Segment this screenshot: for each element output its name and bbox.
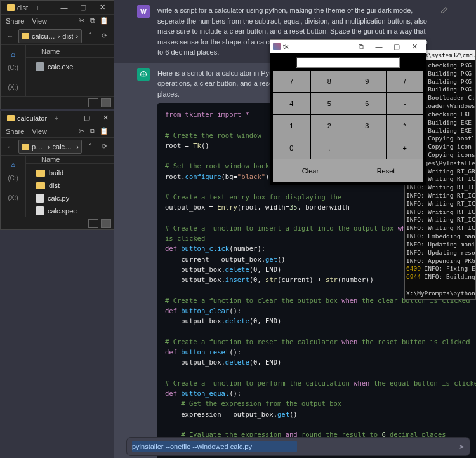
details-view-icon[interactable] xyxy=(88,219,98,228)
drive-x[interactable]: (X:) xyxy=(8,84,18,91)
code-line: "black" xyxy=(237,173,265,180)
refresh-icon[interactable]: ⟳ xyxy=(98,141,110,152)
column-header-name[interactable]: Name xyxy=(26,45,114,58)
calc-key-1[interactable]: 1 xyxy=(273,115,310,137)
close-button[interactable]: ✕ xyxy=(93,1,111,14)
close-button[interactable]: ✕ xyxy=(406,41,423,52)
file-name: calc.spec xyxy=(48,207,77,215)
explorer-navpane[interactable]: ⌂ (C:) (X:) xyxy=(1,156,26,217)
new-tab-icon[interactable]: + xyxy=(36,4,39,11)
menu-view[interactable]: View xyxy=(32,17,47,25)
drive-c[interactable]: (C:) xyxy=(8,64,18,71)
tk-titlebar[interactable]: tk ⧉ — ▢ ✕ xyxy=(270,40,426,53)
explorer-dist-titlebar[interactable]: dist + — ▢ ✕ xyxy=(1,1,114,15)
close-button[interactable]: ✕ xyxy=(97,112,115,125)
menu-view[interactable]: View xyxy=(32,128,47,135)
code-line: # Create a function to perform the calcu… xyxy=(165,379,354,387)
breadcrumb[interactable]: calcu… › dist › xyxy=(18,29,82,43)
back-arrow-icon[interactable]: ← xyxy=(4,141,16,152)
send-icon[interactable]: ➤ xyxy=(459,443,465,451)
code-line: () xyxy=(201,142,209,149)
calc-key-equals[interactable]: = xyxy=(348,137,386,159)
file-name: calc.exe xyxy=(48,63,73,71)
code-line: output_box. xyxy=(165,276,225,283)
calc-key-dot[interactable]: . xyxy=(311,137,348,159)
breadcrumb-segment[interactable]: calcu… xyxy=(32,32,55,40)
folder-icon xyxy=(7,115,15,121)
code-line: # Create a function to clear the output … xyxy=(165,297,341,304)
calc-key-minus[interactable]: - xyxy=(387,93,424,114)
minimize-button[interactable]: — xyxy=(370,41,388,52)
minimize-button[interactable]: — xyxy=(55,1,73,14)
cut-icon[interactable]: ✂ xyxy=(77,17,86,25)
list-item[interactable]: dist xyxy=(26,179,114,192)
code-line: # Create a function to reset the calcula… xyxy=(165,338,341,346)
code-line: the equal button is clicked xyxy=(369,379,476,387)
code-line: def xyxy=(165,245,181,252)
folder-icon xyxy=(36,182,45,189)
folder-icon xyxy=(22,144,29,150)
calc-key-2[interactable]: 2 xyxy=(311,115,348,137)
calc-key-divide[interactable]: / xyxy=(387,71,424,92)
tiles-view-icon[interactable] xyxy=(101,219,111,228)
menu-share[interactable]: Share xyxy=(6,128,24,135)
tk-calculator-window[interactable]: tk ⧉ — ▢ ✕ 7 8 9 / 4 5 6 - 1 2 3 * 0 . =… xyxy=(270,39,426,185)
explorer-dist-window[interactable]: dist + — ▢ ✕ Share View ✂ ⧉ 📋 ← calcu… ›… xyxy=(0,0,114,109)
column-header-name[interactable]: Name xyxy=(26,156,114,164)
refresh-icon[interactable]: ⟳ xyxy=(98,30,110,42)
list-item[interactable]: calc.spec xyxy=(26,205,114,217)
code-line: Entry xyxy=(217,203,237,211)
maximize-button[interactable]: ▢ xyxy=(74,1,92,14)
chevron-down-icon[interactable]: ˅ xyxy=(84,30,96,42)
calc-clear-button[interactable]: Clear xyxy=(273,159,348,182)
home-icon[interactable]: ⌂ xyxy=(11,50,15,58)
code-line: (number)) xyxy=(338,276,374,283)
menu-share[interactable]: Share xyxy=(6,17,24,25)
calc-key-0[interactable]: 0 xyxy=(273,137,310,159)
explorer-calc-tab[interactable]: calculator xyxy=(3,113,51,123)
breadcrumb-segment[interactable]: calcu… xyxy=(53,143,74,151)
copy-icon[interactable]: ⧉ xyxy=(88,17,97,25)
calc-key-8[interactable]: 8 xyxy=(311,71,348,92)
code-line: (root, width= xyxy=(237,203,289,211)
calc-reset-button[interactable]: Reset xyxy=(348,159,423,182)
tiles-view-icon[interactable] xyxy=(101,98,111,107)
explorer-calculator-window[interactable]: calculator + — ▢ ✕ Share View ✂ ⧉ 📋 ← py… xyxy=(0,111,114,230)
list-item[interactable]: build xyxy=(26,166,114,179)
minimize-button[interactable]: — xyxy=(59,112,77,125)
calc-display[interactable] xyxy=(296,57,401,68)
calc-key-4[interactable]: 4 xyxy=(273,93,310,114)
list-item[interactable]: calc.exe xyxy=(26,60,114,73)
explorer-calc-titlebar[interactable]: calculator + — ▢ ✕ xyxy=(1,111,114,125)
exe-icon xyxy=(36,62,44,71)
calc-key-9[interactable]: 9 xyxy=(348,71,386,92)
copy-icon[interactable]: ⧉ xyxy=(88,127,97,136)
breadcrumb[interactable]: py… › calcu… › xyxy=(18,140,82,154)
screenshot-icon[interactable]: ⧉ xyxy=(352,41,370,52)
drive-x[interactable]: (X:) xyxy=(8,194,18,201)
paste-icon[interactable]: 📋 xyxy=(100,17,109,25)
calc-key-3[interactable]: 3 xyxy=(348,115,386,137)
chat-input-text[interactable]: pyinstaller --onefile --windowed calc.py xyxy=(132,443,459,450)
calc-key-multiply[interactable]: * xyxy=(387,115,424,137)
explorer-dist-tab[interactable]: dist xyxy=(3,3,32,13)
breadcrumb-segment[interactable]: dist xyxy=(62,32,73,40)
calc-key-7[interactable]: 7 xyxy=(273,71,310,92)
drive-c[interactable]: (C:) xyxy=(8,175,18,182)
cut-icon[interactable]: ✂ xyxy=(77,127,86,136)
paste-icon[interactable]: 📋 xyxy=(100,127,109,136)
maximize-button[interactable]: ▢ xyxy=(78,112,96,125)
calc-key-plus[interactable]: + xyxy=(387,137,424,159)
calc-key-6[interactable]: 6 xyxy=(348,93,386,114)
chevron-down-icon[interactable]: ˅ xyxy=(84,141,96,152)
chat-input[interactable]: pyinstaller --onefile --windowed calc.py… xyxy=(127,438,470,455)
code-line: , borderwidth xyxy=(298,203,350,211)
home-icon[interactable]: ⌂ xyxy=(11,161,15,168)
details-view-icon[interactable] xyxy=(88,98,98,107)
maximize-button[interactable]: ▢ xyxy=(388,41,406,52)
explorer-navpane[interactable]: ⌂ (C:) (X:) xyxy=(1,45,26,96)
list-item[interactable]: calc.py xyxy=(26,192,114,205)
back-arrow-icon[interactable]: ← xyxy=(4,30,16,42)
calc-key-5[interactable]: 5 xyxy=(311,93,348,114)
breadcrumb-segment[interactable]: py… xyxy=(32,143,45,151)
